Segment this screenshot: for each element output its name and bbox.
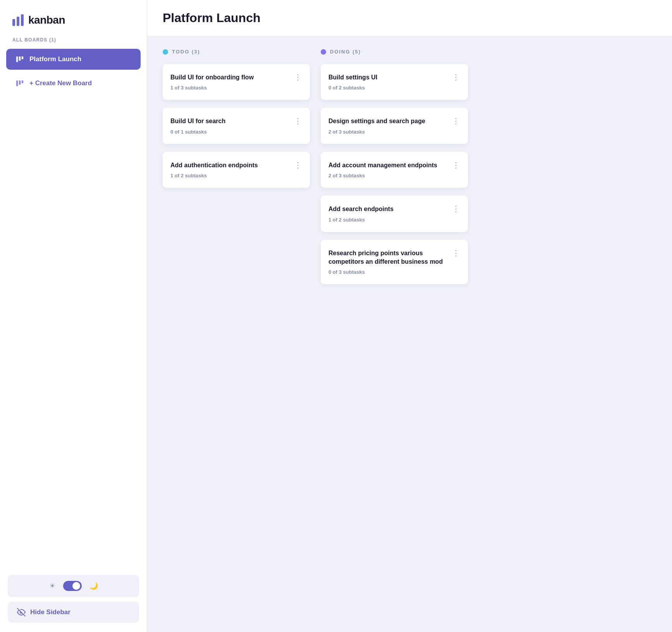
sun-icon: ☀ <box>49 582 55 590</box>
sidebar: kanban ALL BOARDS (1) Platform Launch + … <box>0 0 147 632</box>
svg-rect-0 <box>16 57 18 62</box>
card-title: Add authentication endpoints <box>170 161 294 170</box>
table-row[interactable]: Research pricing points various competit… <box>321 240 468 285</box>
logo-area: kanban <box>0 0 147 37</box>
card-header: Add authentication endpoints⋮ <box>170 161 302 170</box>
logo-icon <box>12 14 24 26</box>
card-title: Research pricing points various competit… <box>328 249 452 266</box>
sidebar-item-platform-launch[interactable]: Platform Launch <box>6 49 141 70</box>
hide-sidebar-icon <box>17 608 26 617</box>
card-title: Add account management endpoints <box>328 161 452 170</box>
svg-rect-1 <box>19 57 21 61</box>
card-menu-icon[interactable]: ⋮ <box>294 73 302 81</box>
table-row[interactable]: Build UI for onboarding flow⋮1 of 3 subt… <box>163 64 310 100</box>
card-menu-icon[interactable]: ⋮ <box>452 73 460 81</box>
card-header: Research pricing points various competit… <box>328 249 460 266</box>
logo-bar-3 <box>21 14 24 26</box>
create-new-board-button[interactable]: + Create New Board <box>6 73 141 94</box>
table-row[interactable]: Build settings UI⋮0 of 2 subtasks <box>321 64 468 100</box>
create-board-icon <box>15 79 24 88</box>
card-subtasks: 0 of 2 subtasks <box>328 85 460 91</box>
column-doing: DOING (5)Build settings UI⋮0 of 2 subtas… <box>321 49 468 620</box>
column-dot-doing <box>321 49 326 55</box>
table-row[interactable]: Add account management endpoints⋮2 of 3 … <box>321 152 468 188</box>
column-title-todo: TODO (3) <box>172 49 200 55</box>
hide-sidebar-button[interactable]: Hide Sidebar <box>8 602 139 623</box>
app-name: kanban <box>28 14 65 26</box>
card-title: Build settings UI <box>328 73 452 82</box>
column-header-doing: DOING (5) <box>321 49 468 55</box>
card-header: Build UI for onboarding flow⋮ <box>170 73 302 82</box>
card-header: Design settings and search page⋮ <box>328 117 460 125</box>
card-subtasks: 1 of 2 subtasks <box>328 217 460 223</box>
card-subtasks: 2 of 3 subtasks <box>328 129 460 135</box>
table-row[interactable]: Design settings and search page⋮2 of 3 s… <box>321 108 468 144</box>
svg-rect-3 <box>16 81 18 86</box>
card-menu-icon[interactable]: ⋮ <box>294 161 302 169</box>
main-header: Platform Launch <box>147 0 672 36</box>
card-menu-icon[interactable]: ⋮ <box>294 117 302 125</box>
card-subtasks: 2 of 3 subtasks <box>328 173 460 179</box>
column-dot-todo <box>163 49 168 55</box>
logo-bar-2 <box>17 17 19 26</box>
column-title-doing: DOING (5) <box>330 49 361 55</box>
sidebar-bottom: ☀ 🌙 Hide Sidebar <box>0 565 147 632</box>
card-menu-icon[interactable]: ⋮ <box>452 205 460 213</box>
card-header: Add account management endpoints⋮ <box>328 161 460 170</box>
card-menu-icon[interactable]: ⋮ <box>452 117 460 125</box>
card-title: Build UI for onboarding flow <box>170 73 294 82</box>
board-container: TODO (3)Build UI for onboarding flow⋮1 o… <box>147 36 672 632</box>
card-subtasks: 0 of 3 subtasks <box>328 269 460 275</box>
card-subtasks: 1 of 2 subtasks <box>170 173 302 179</box>
board-item-label: Platform Launch <box>29 55 81 63</box>
card-subtasks: 1 of 3 subtasks <box>170 85 302 91</box>
theme-toggle-container: ☀ 🌙 <box>8 575 139 597</box>
hide-sidebar-label: Hide Sidebar <box>30 608 70 616</box>
card-subtasks: 0 of 1 subtasks <box>170 129 302 135</box>
column-header-todo: TODO (3) <box>163 49 310 55</box>
svg-rect-5 <box>22 81 24 83</box>
table-row[interactable]: Add authentication endpoints⋮1 of 2 subt… <box>163 152 310 188</box>
card-header: Build settings UI⋮ <box>328 73 460 82</box>
card-menu-icon[interactable]: ⋮ <box>452 161 460 169</box>
card-header: Build UI for search⋮ <box>170 117 302 125</box>
moon-icon: 🌙 <box>89 582 98 590</box>
card-title: Add search endpoints <box>328 205 452 213</box>
table-row[interactable]: Build UI for search⋮0 of 1 subtasks <box>163 108 310 144</box>
main-content: Platform Launch TODO (3)Build UI for onb… <box>147 0 672 632</box>
cards-list-todo: Build UI for onboarding flow⋮1 of 3 subt… <box>163 64 310 188</box>
boards-section-label: ALL BOARDS (1) <box>0 37 147 49</box>
svg-rect-2 <box>22 57 24 59</box>
card-header: Add search endpoints⋮ <box>328 205 460 213</box>
toggle-knob <box>72 582 80 590</box>
card-title: Build UI for search <box>170 117 294 125</box>
create-board-label: + Create New Board <box>29 79 92 87</box>
theme-toggle-switch[interactable] <box>63 581 82 591</box>
page-title: Platform Launch <box>163 11 657 25</box>
logo-bar-1 <box>12 19 15 26</box>
board-icon <box>15 55 24 64</box>
card-menu-icon[interactable]: ⋮ <box>452 249 460 257</box>
cards-list-doing: Build settings UI⋮0 of 2 subtasksDesign … <box>321 64 468 284</box>
svg-rect-4 <box>19 81 21 85</box>
table-row[interactable]: Add search endpoints⋮1 of 2 subtasks <box>321 196 468 232</box>
card-title: Design settings and search page <box>328 117 452 125</box>
column-todo: TODO (3)Build UI for onboarding flow⋮1 o… <box>163 49 310 620</box>
